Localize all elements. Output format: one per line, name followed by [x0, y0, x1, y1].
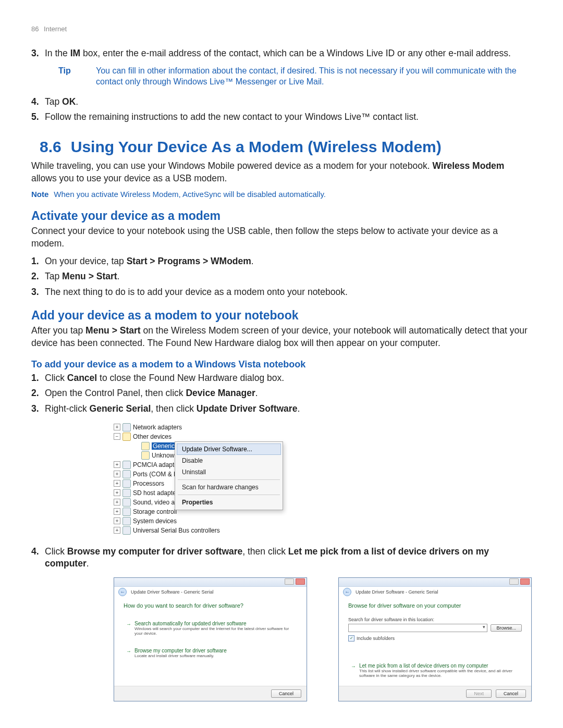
expand-icon[interactable]: + — [114, 461, 120, 468]
button-bar: Cancel — [114, 686, 307, 701]
step-number: 4. — [31, 96, 45, 108]
note-label: Note — [31, 190, 48, 199]
location-combobox[interactable] — [348, 624, 487, 632]
vista-steps-a: 1. Click Cancel to close the Found New H… — [31, 372, 532, 415]
device-icon — [123, 498, 131, 507]
step-number: 2. — [31, 387, 45, 400]
dialog-header: ← Update Driver Software - Generic Seria… — [114, 587, 307, 597]
dialog-title: Update Driver Software - Generic Serial — [131, 589, 214, 595]
checkbox-label: Include subfolders — [357, 636, 395, 641]
menu-item-scan[interactable]: Scan for hardware changes — [177, 482, 281, 493]
tree-item-system[interactable]: +System devices — [114, 516, 307, 526]
option-let-me-pick[interactable]: → Let me pick from a list of device driv… — [348, 659, 522, 682]
update-driver-dialog-1: ← Update Driver Software - Generic Seria… — [114, 577, 307, 701]
minimize-button[interactable] — [509, 578, 519, 585]
tip-row: Tip You can fill in other information ab… — [58, 65, 532, 88]
page-header: 86 Internet — [31, 25, 532, 33]
expand-icon[interactable]: + — [114, 527, 120, 534]
step-body: Tap OK. — [45, 96, 532, 108]
next-button[interactable]: Next — [466, 689, 492, 698]
expand-icon[interactable]: + — [114, 471, 120, 477]
step-number: 3. — [31, 47, 45, 93]
field-label: Search for driver software in this locat… — [348, 617, 522, 622]
arrow-icon: → — [126, 648, 131, 654]
menu-item-update-driver[interactable]: Update Driver Software... — [177, 443, 281, 455]
minimize-button[interactable] — [285, 578, 294, 585]
tip-body: You can fill in other information about … — [96, 65, 532, 88]
step-body: In the IM box, enter the e-mail address … — [45, 47, 532, 93]
step-number: 1. — [31, 372, 45, 385]
dialog-title: Update Driver Software - Generic Serial — [356, 589, 438, 595]
subsection-intro: After you tap Menu > Start on the Wirele… — [31, 325, 532, 349]
include-subfolders-checkbox[interactable]: ✓ — [348, 635, 354, 641]
expand-icon[interactable]: + — [114, 499, 120, 505]
activate-steps: 1. On your device, tap Start > Programs … — [31, 255, 532, 299]
expand-icon[interactable]: + — [114, 489, 120, 496]
device-icon — [123, 526, 131, 535]
close-button[interactable] — [520, 578, 530, 585]
device-manager-figure: +Network adapters −Other devices Generic… — [114, 423, 307, 535]
step-body: Tap Menu > Start. — [45, 270, 532, 283]
step-number: 4. — [31, 546, 45, 570]
context-menu: Update Driver Software... Disable Uninst… — [175, 441, 283, 510]
folder-icon — [123, 433, 131, 441]
step-body: The next thing to do is to add your devi… — [45, 286, 532, 299]
browse-button[interactable]: Browse... — [491, 624, 522, 632]
step-body: Click Browse my computer for driver soft… — [45, 546, 532, 570]
button-bar: Next Cancel — [339, 686, 531, 701]
section-heading: 8.6 Using Your Device As a Modem (Wirele… — [40, 138, 532, 156]
step-number: 5. — [31, 111, 45, 124]
arrow-icon: → — [126, 621, 131, 627]
subsection-intro: Connect your device to your notebook usi… — [31, 225, 532, 250]
collapse-icon[interactable]: − — [114, 433, 120, 440]
device-icon — [123, 489, 131, 497]
step-body: On your device, tap Start > Programs > W… — [45, 255, 532, 268]
tip-label: Tip — [58, 65, 96, 88]
step-body: Open the Control Panel, then click Devic… — [45, 387, 532, 400]
update-driver-dialog-2: ← Update Driver Software - Generic Seria… — [338, 577, 532, 701]
continued-steps: 3. In the IM box, enter the e-mail addre… — [31, 47, 532, 124]
expand-icon[interactable]: + — [114, 424, 120, 430]
tree-item-network-adapters[interactable]: +Network adapters — [114, 423, 307, 432]
back-arrow-icon[interactable]: ← — [343, 588, 351, 596]
step-body: Click Cancel to close the Found New Hard… — [45, 372, 532, 385]
device-icon — [123, 517, 131, 525]
tree-item-other-devices[interactable]: −Other devices — [114, 432, 307, 441]
note-row: NoteWhen you activate Wireless Modem, Ac… — [31, 190, 532, 199]
step-body: Right-click Generic Serial, then click U… — [45, 403, 532, 415]
arrow-icon: → — [351, 663, 356, 669]
unknown-device-icon — [141, 451, 150, 460]
device-icon — [123, 470, 131, 478]
expand-icon[interactable]: + — [114, 517, 120, 524]
titlebar — [339, 578, 531, 587]
cancel-button[interactable]: Cancel — [271, 689, 301, 698]
step-body: Follow the remaining instructions to add… — [45, 111, 532, 124]
device-icon — [123, 423, 131, 431]
expand-icon[interactable]: + — [114, 508, 120, 515]
option-search-automatically[interactable]: → Search automatically for updated drive… — [124, 617, 297, 640]
menu-separator — [178, 495, 280, 495]
device-icon — [123, 479, 131, 488]
step-number: 2. — [31, 270, 45, 283]
tree-item-usb[interactable]: +Universal Serial Bus controllers — [114, 526, 307, 535]
titlebar — [114, 578, 307, 587]
back-arrow-icon[interactable]: ← — [118, 588, 127, 596]
subsection-heading: Add your device as a modem to your noteb… — [31, 309, 532, 323]
device-icon — [123, 461, 131, 469]
unknown-device-icon — [141, 442, 150, 450]
menu-item-properties[interactable]: Properties — [177, 497, 281, 508]
dialog-question: How do you want to search for driver sof… — [124, 602, 297, 609]
close-button[interactable] — [296, 578, 305, 585]
menu-item-uninstall[interactable]: Uninstall — [177, 466, 281, 478]
subsection-heading: Activate your device as a modem — [31, 209, 532, 223]
subsubsection-heading: To add your device as a modem to a Windo… — [31, 359, 532, 370]
menu-separator — [178, 479, 280, 480]
option-browse-computer[interactable]: → Browse my computer for driver software… — [124, 644, 297, 662]
page-number: 86 — [31, 25, 39, 33]
dialog-row: ← Update Driver Software - Generic Seria… — [114, 577, 532, 701]
expand-icon[interactable]: + — [114, 480, 120, 487]
step-number: 1. — [31, 255, 45, 268]
device-icon — [123, 508, 131, 516]
menu-item-disable[interactable]: Disable — [177, 455, 281, 466]
cancel-button[interactable]: Cancel — [496, 689, 526, 698]
